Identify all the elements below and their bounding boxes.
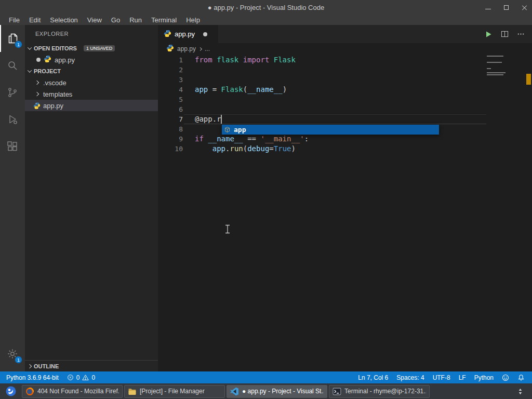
status-left: Python 3.6.9 64-bit 0 0 [0,371,99,383]
status-encoding[interactable]: UTF-8 [429,371,455,383]
breadcrumb[interactable]: app.py ... [158,43,532,55]
code-line-2[interactable]: 2 [158,65,532,75]
taskbar-window-firefox[interactable]: 404 Not Found - Mozilla Firef... [22,385,123,398]
editor-group: app.py app.py ... 1from flask import Fla… [158,25,532,371]
code-line-5[interactable]: 5 [158,95,532,104]
taskbar-window-terminal[interactable]: Terminal - rhyme@ip-172-31... [329,385,430,398]
menu-go[interactable]: Go [107,16,125,24]
tree-item-templates[interactable]: templates [25,88,158,100]
code-text [183,95,195,104]
minimize-icon[interactable] [485,4,491,11]
minimap-line [487,74,503,75]
firefox-icon [25,387,34,396]
window-title: ● app.py - Project - Visual Studio Code [208,4,324,11]
unsaved-dot-icon[interactable] [203,32,207,36]
tree-item--vscode[interactable]: .vscode [25,77,158,88]
status-indentation[interactable]: Spaces: 4 [392,371,428,383]
python-file-icon [164,30,171,39]
close-icon[interactable] [521,4,528,11]
menu-help[interactable]: Help [181,16,205,24]
code-text: from flask import Flask [183,55,296,65]
open-editor-filename: app.py [55,56,75,64]
chevron-right-icon [28,364,32,368]
activity-settings[interactable]: 1 [0,340,25,367]
text-caret [221,115,222,124]
notifications-button[interactable] [513,371,529,383]
run-file-button[interactable] [484,30,493,38]
tray-updown-icon[interactable] [516,388,530,395]
menu-file[interactable]: File [4,16,24,24]
code-line-9[interactable]: 9if __name__ == '__main__': [158,134,532,144]
symbol-box-icon [224,126,231,133]
bell-icon [517,374,525,381]
open-editor-item-app-py[interactable]: app.py [25,54,158,65]
more-actions-button[interactable] [517,30,525,38]
taskbar-window-vscode[interactable]: ● app.py - Project - Visual St... [227,385,327,398]
menu-terminal[interactable]: Terminal [147,16,181,24]
file-manager-icon [128,387,137,396]
activity-explorer[interactable]: 1 [0,25,25,52]
tab-app-py[interactable]: app.py [158,25,218,43]
line-number: 3 [158,75,183,85]
tree-item-label: templates [43,90,72,98]
tab-bar: app.py [158,25,532,43]
maximize-icon[interactable] [503,4,510,11]
menu-selection[interactable]: Selection [45,16,82,24]
split-editor-icon [501,30,509,38]
chevron-right-icon [33,81,41,84]
code-line-1[interactable]: 1from flask import Flask [158,55,532,65]
activity-source-control[interactable] [0,79,25,106]
start-menu-icon [5,385,17,397]
code-line-10[interactable]: 10 app.run(debug=True) [158,144,532,154]
project-section-header[interactable]: PROJECT [25,65,158,77]
outline-label: OUTLINE [34,363,59,369]
status-eol[interactable]: LF [455,371,470,383]
split-editor-button[interactable] [501,30,509,38]
code-lines: 1from flask import Flask234app = Flask(_… [158,55,532,154]
activity-bar: 1 1 [0,25,25,371]
activity-search[interactable] [0,52,25,79]
start-menu-button[interactable] [2,384,20,398]
suggestion-widget[interactable]: app [222,125,439,135]
vscode-icon [230,387,239,396]
unsaved-badge: 1 UNSAVED [84,45,115,51]
tree-item-label: app.py [43,102,63,110]
breadcrumb-tail[interactable]: ... [205,45,210,52]
tab-label: app.py [175,30,195,38]
taskbar-window-file-manager[interactable]: [Project] - File Manager [124,385,225,398]
activity-extensions[interactable] [0,133,25,160]
editor-actions [484,30,532,38]
python-interpreter-item[interactable]: Python 3.6.9 64-bit [2,371,63,383]
code-text [183,75,195,85]
menu-bar: FileEditSelectionViewGoRunTerminalHelp [0,15,532,25]
menu-edit[interactable]: Edit [24,16,45,24]
status-language-mode[interactable]: Python [470,371,498,383]
project-tree: .vscodetemplatesapp.py [25,77,158,111]
taskbar-windows: 404 Not Found - Mozilla Firef...[Project… [22,385,430,398]
terminal-icon [332,387,341,396]
activity-run-debug[interactable] [0,106,25,133]
feedback-button[interactable] [498,371,513,383]
line-number: 6 [158,104,183,114]
problems-item[interactable]: 0 0 [63,371,99,383]
code-line-4[interactable]: 4app = Flask(__name__) [158,85,532,95]
code-line-6[interactable]: 6 [158,104,532,114]
status-cursor-position[interactable]: Ln 7, Col 6 [354,371,392,383]
outline-section-header[interactable]: OUTLINE [25,360,158,371]
minimap[interactable] [486,56,509,76]
code-text: @app.r [183,114,221,124]
open-editors-header[interactable]: OPEN EDITORS 1 UNSAVED [25,43,158,54]
code-line-7[interactable]: 7@app.r [158,114,532,124]
desktop-taskbar: 404 Not Found - Mozilla Firef...[Project… [0,383,532,399]
sidebar-title: EXPLORER [25,25,158,43]
tree-item-app-py[interactable]: app.py [25,100,158,111]
code-editor[interactable]: 1from flask import Flask234app = Flask(_… [158,55,532,371]
code-line-3[interactable]: 3 [158,75,532,85]
menu-view[interactable]: View [83,16,107,24]
breadcrumb-file[interactable]: app.py [177,45,196,52]
menu-run[interactable]: Run [125,16,147,24]
play-icon [484,30,493,38]
line-number: 7 [158,114,183,124]
ellipsis-icon [517,30,525,38]
desktop: ● app.py - Project - Visual Studio Code … [0,0,532,399]
